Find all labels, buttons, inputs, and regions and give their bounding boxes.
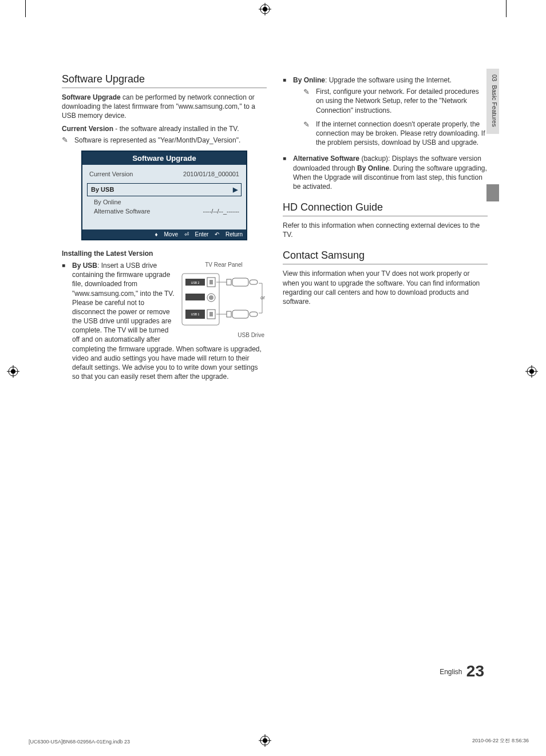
- hint-return: ↶ Return: [215, 231, 243, 238]
- osd-title: Software Upgrade: [82, 152, 246, 165]
- osd-row-by-online[interactable]: By Online: [88, 197, 240, 207]
- item-by-usb: ■ TV Rear Panel USB 2: [62, 261, 267, 381]
- square-bullet-icon: ■: [62, 261, 68, 381]
- hd-text: Refer to this information when connectin…: [283, 221, 488, 239]
- note-configure-network: ✎ First, configure your network. For det…: [303, 87, 488, 115]
- page-footer: English 23: [440, 662, 484, 680]
- svg-text:USB 1: USB 1: [191, 312, 200, 316]
- svg-rect-20: [209, 280, 213, 284]
- square-bullet-icon: ■: [283, 76, 288, 152]
- chapter-number: 03: [491, 74, 498, 81]
- hint-enter: ⏎ Enter: [184, 231, 209, 238]
- svg-rect-31: [250, 280, 258, 284]
- note-version-format: ✎ Software is represented as "Year/Month…: [62, 136, 267, 145]
- side-index-mark: [486, 184, 499, 201]
- heading-contact-samsung: Contact Samsung: [283, 250, 488, 264]
- registration-mark-icon: [259, 734, 271, 747]
- svg-rect-27: [209, 312, 213, 316]
- chapter-label: Basic Features: [491, 85, 498, 126]
- note-connection-broken: ✎ If the internet connection doesn't ope…: [303, 120, 488, 148]
- chapter-tab: 03 Basic Features: [486, 69, 499, 134]
- play-icon: ▶: [233, 186, 238, 193]
- subheading-installing: Installing the Latest Version: [62, 250, 267, 258]
- svg-rect-30: [232, 278, 248, 286]
- svg-text:USB 2: USB 2: [191, 281, 200, 284]
- registration-mark-icon: [259, 3, 271, 15]
- svg-rect-29: [227, 279, 231, 285]
- item-alternative-software: ■ Alternative Software (backup): Display…: [283, 154, 488, 191]
- registration-mark-icon: [7, 365, 19, 378]
- imprint-filename: [UC6300-USA]BN68-02956A-01Eng.indb 23: [29, 739, 130, 745]
- note-icon: ✎: [303, 87, 312, 115]
- rear-panel-diagram: TV Rear Panel USB 2: [181, 261, 267, 339]
- osd-row-by-usb[interactable]: By USB ▶: [87, 183, 242, 196]
- page-number: 23: [466, 662, 484, 680]
- intro-paragraph: Software Upgrade can be performed by net…: [62, 93, 267, 121]
- imprint-timestamp: 2010-06-22 오전 8:56:36: [472, 737, 529, 745]
- current-version-line: Current Version - the software already i…: [62, 124, 267, 133]
- svg-rect-33: [227, 311, 231, 317]
- square-bullet-icon: ■: [283, 154, 288, 191]
- svg-rect-35: [250, 312, 258, 316]
- rear-panel-svg: USB 2 USB 1: [181, 271, 267, 328]
- note-icon: ✎: [303, 120, 312, 148]
- osd-row-current-version: Current Version 2010/01/18_000001: [88, 169, 240, 179]
- item-by-online: ■ By Online: Upgrade the software using …: [283, 76, 488, 152]
- osd-footer-hints: ♦ Move ⏎ Enter ↶ Return: [82, 229, 246, 239]
- registration-mark-icon: [525, 365, 538, 378]
- osd-row-alternative-software[interactable]: Alternative Software ----/--/--_------: [88, 207, 240, 216]
- heading-hd-connection: HD Connection Guide: [283, 201, 488, 216]
- note-icon: ✎: [62, 136, 71, 145]
- osd-software-upgrade-panel: Software Upgrade Current Version 2010/01…: [81, 151, 247, 240]
- hint-move: ♦ Move: [155, 231, 178, 238]
- heading-software-upgrade: Software Upgrade: [62, 73, 267, 88]
- svg-rect-34: [232, 310, 248, 318]
- svg-rect-21: [185, 294, 205, 300]
- contact-text: View this information when your TV does …: [283, 269, 488, 306]
- svg-point-23: [209, 295, 213, 300]
- svg-text:or: or: [260, 295, 265, 300]
